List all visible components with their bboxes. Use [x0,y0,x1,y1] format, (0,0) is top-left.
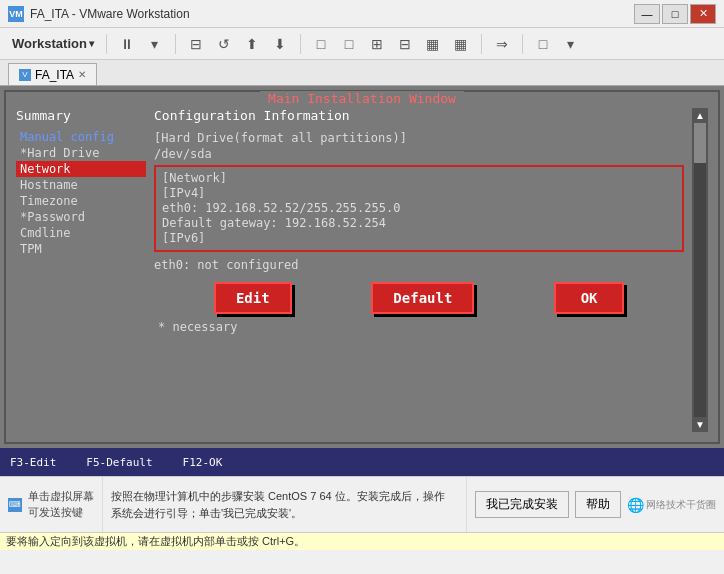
status-icons: ⌨ [8,498,22,512]
toolbar-btn-6[interactable]: □ [337,32,361,56]
action-buttons-row: Edit Default OK [154,282,684,314]
scroll-down-arrow[interactable]: ▼ [695,419,705,430]
workstation-chevron: ▾ [89,38,94,49]
maximize-button[interactable]: □ [662,4,688,24]
minimize-button[interactable]: — [634,4,660,24]
net-line-gateway: Default gateway: 192.168.52.254 [162,216,676,230]
sidebar-item-hostname[interactable]: Hostname [16,177,146,193]
status-middle-line2: 系统会进行引导；单击'我已完成安装'。 [111,505,458,522]
status-middle-line1: 按照在物理计算机中的步骤安装 CentOS 7 64 位。安装完成后，操作 [111,488,458,505]
toolbar-btn-3[interactable]: ⬆ [240,32,264,56]
config-line-devsda: /dev/sda [154,147,684,161]
toolbar-btn-7[interactable]: ⊞ [365,32,389,56]
toolbar-btn-13[interactable]: ▾ [559,32,583,56]
toolbar-btn-5[interactable]: □ [309,32,333,56]
title-bar-text: FA_ITA - VMware Workstation [30,7,634,21]
tab-close-button[interactable]: ✕ [78,69,86,80]
hint-text: 要将输入定向到该虚拟机，请在虚拟机内部单击或按 Ctrl+G。 [6,534,305,549]
vm-area[interactable]: Main Installation Window Summary Manual … [0,86,724,448]
tab-label: FA_ITA [35,68,74,82]
sidebar-item-manualconfig[interactable]: Manual config [16,129,146,145]
default-button[interactable]: Default [371,282,474,314]
main-window[interactable]: Main Installation Window Summary Manual … [4,90,720,444]
toolbar-arrow-down[interactable]: ▾ [143,32,167,56]
vm-sidebar: Summary Manual config *Hard Drive Networ… [16,108,146,432]
toolbar-btn-11[interactable]: ⇒ [490,32,514,56]
workstation-menu[interactable]: Workstation ▾ [8,34,98,53]
sidebar-item-tpm[interactable]: TPM [16,241,146,257]
net-line-ipv4: [IPv4] [162,186,676,200]
toolbar-divider-3 [300,34,301,54]
toolbar-btn-9[interactable]: ▦ [421,32,445,56]
pause-button[interactable]: ⏸ [115,32,139,56]
watermark-area: 🌐 网络技术干货圈 [627,497,716,513]
sidebar-item-harddrive[interactable]: *Hard Drive [16,145,146,161]
vm-screen[interactable]: Main Installation Window Summary Manual … [0,86,724,448]
app-icon: VM [8,6,24,22]
net-line-ipv6: [IPv6] [162,231,676,245]
config-title: Configuration Information [154,108,684,123]
ok-button[interactable]: OK [554,282,624,314]
sidebar-item-timezone[interactable]: Timezone [16,193,146,209]
toolbar-divider-4 [481,34,482,54]
net-line-network: [Network] [162,171,676,185]
tab-icon: V [19,69,31,81]
toolbar-btn-12[interactable]: □ [531,32,555,56]
title-bar: VM FA_ITA - VMware Workstation — □ ✕ [0,0,724,28]
sidebar-item-cmdline[interactable]: Cmdline [16,225,146,241]
config-line-eth0-unconfigured: eth0: not configured [154,258,684,272]
keyboard-icon: ⌨ [8,498,22,512]
status-text-line2: 可发送按键 [28,505,94,520]
toolbar-divider-5 [522,34,523,54]
info-bar: F3-Edit F5-Default F12-OK [0,448,724,476]
close-button[interactable]: ✕ [690,4,716,24]
sidebar-item-network[interactable]: Network [16,161,146,177]
vm-main-content: Configuration Information [Hard Drive(fo… [146,108,692,432]
necessary-note: * necessary [154,320,684,334]
toolbar: Workstation ▾ ⏸ ▾ ⊟ ↺ ⬆ ⬇ □ □ ⊞ ⊟ ▦ ▦ ⇒ … [0,28,724,60]
scroll-thumb[interactable] [694,123,706,163]
status-bar: ⌨ 单击虚拟屏幕 可发送按键 按照在物理计算机中的步骤安装 CentOS 7 6… [0,476,724,532]
net-line-eth0: eth0: 192.168.52.52/255.255.255.0 [162,201,676,215]
sidebar-section-title: Summary [16,108,146,123]
scroll-track[interactable] [694,123,706,417]
network-box: [Network] [IPv4] eth0: 192.168.52.52/255… [154,165,684,252]
vm-tab[interactable]: V FA_ITA ✕ [8,63,97,85]
complete-install-button[interactable]: 我已完成安装 [475,491,569,518]
sidebar-item-password[interactable]: *Password [16,209,146,225]
vm-content: Summary Manual config *Hard Drive Networ… [6,92,718,442]
info-key-f12[interactable]: F12-OK [183,456,223,469]
toolbar-btn-8[interactable]: ⊟ [393,32,417,56]
toolbar-divider-1 [106,34,107,54]
status-left: ⌨ 单击虚拟屏幕 可发送按键 [0,477,102,532]
window-controls: — □ ✕ [634,4,716,24]
config-line-harddrive: [Hard Drive(format all partitions)] [154,131,684,145]
status-right: 我已完成安装 帮助 🌐 网络技术干货圈 [467,477,724,532]
toolbar-btn-4[interactable]: ⬇ [268,32,292,56]
toolbar-btn-1[interactable]: ⊟ [184,32,208,56]
scroll-up-arrow[interactable]: ▲ [695,110,705,121]
main-window-title: Main Installation Window [260,91,464,106]
edit-button[interactable]: Edit [214,282,292,314]
workstation-label: Workstation [12,36,87,51]
status-text-left: 单击虚拟屏幕 可发送按键 [28,489,94,520]
toolbar-btn-10[interactable]: ▦ [449,32,473,56]
toolbar-divider-2 [175,34,176,54]
status-middle: 按照在物理计算机中的步骤安装 CentOS 7 64 位。安装完成后，操作 系统… [102,477,467,532]
toolbar-btn-2[interactable]: ↺ [212,32,236,56]
tab-bar: V FA_ITA ✕ [0,60,724,86]
hint-bar: 要将输入定向到该虚拟机，请在虚拟机内部单击或按 Ctrl+G。 [0,532,724,550]
watermark-text: 网络技术干货圈 [646,498,716,512]
info-key-f3[interactable]: F3-Edit [10,456,56,469]
info-key-f5[interactable]: F5-Default [86,456,152,469]
vm-scrollbar[interactable]: ▲ ▼ [692,108,708,432]
help-button[interactable]: 帮助 [575,491,621,518]
status-text-line1: 单击虚拟屏幕 [28,489,94,504]
